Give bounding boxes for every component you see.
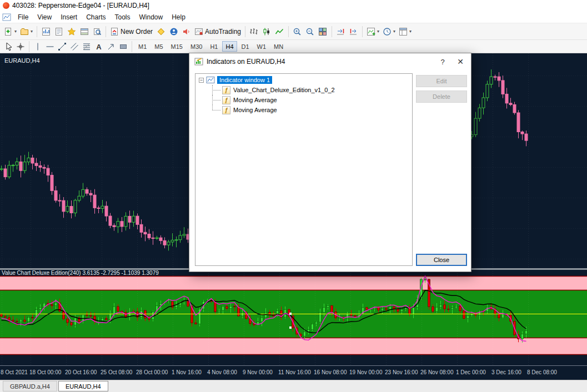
axis-label: 9 Nov 00:00 [243, 369, 273, 375]
strategy-tester-button[interactable] [91, 25, 103, 38]
community-button[interactable] [167, 25, 180, 38]
crosshair-icon [16, 42, 25, 51]
axis-label: 3 Dec 16:00 [491, 369, 521, 375]
shapes-tool-button[interactable] [117, 41, 129, 52]
tree-item-moving-average-2[interactable]: ƒ Moving Average [195, 105, 412, 115]
periods-icon [383, 27, 392, 36]
new-chart-button[interactable]: ▾ [2, 25, 18, 38]
axis-label: 23 Nov 16:00 [385, 369, 418, 375]
tree-item-value-chart[interactable]: ƒ Value_Chart_Deluxe_Edition_v1_0_2 [195, 85, 412, 95]
templates-button[interactable]: ▾ [397, 25, 413, 38]
strategy-tester-icon [93, 27, 102, 36]
tree-root-label: Indicator window 1 [217, 76, 272, 84]
bar-chart-style-icon [249, 27, 258, 36]
arrow-tool-icon [107, 42, 116, 51]
market-watch-icon [42, 27, 51, 36]
tree-item-indicator-window[interactable]: − Indicator window 1 [195, 75, 412, 85]
market-button[interactable] [180, 25, 193, 38]
dialog-title-bar[interactable]: Indicators on EURAUD,H4 ? ✕ [189, 53, 471, 70]
separator [106, 26, 106, 37]
line-chart-style-button[interactable] [273, 25, 286, 38]
new-order-label: New Order [121, 28, 153, 36]
timeframe-mn[interactable]: MN [270, 41, 287, 52]
zoom-in-button[interactable] [291, 25, 304, 38]
tile-windows-button[interactable] [317, 25, 329, 38]
menu-charts[interactable]: Charts [82, 12, 110, 22]
tab-euraud[interactable]: EURAUD,H4 [58, 381, 108, 391]
fibonacci-tool-button[interactable] [81, 41, 93, 52]
axis-label: 20 Oct 16:00 [65, 369, 97, 375]
menu-file[interactable]: File [13, 12, 33, 22]
menu-window[interactable]: Window [135, 12, 168, 22]
close-icon[interactable]: ✕ [453, 56, 468, 68]
chart-symbol-label: EURAUD,H4 [4, 57, 40, 64]
axis-label: 16 Nov 08:00 [314, 369, 347, 375]
candlestick-style-icon [262, 27, 271, 36]
vertical-line-tool-button[interactable] [32, 41, 44, 52]
close-button[interactable]: Close [416, 254, 467, 266]
function-icon: ƒ [222, 96, 230, 104]
autotrading-button[interactable]: AutoTrading [193, 25, 243, 38]
cursor-tool-button[interactable] [2, 41, 14, 52]
chart-shift-button[interactable] [347, 25, 360, 38]
menu-tools[interactable]: Tools [111, 12, 135, 22]
zoom-out-button[interactable] [304, 25, 317, 38]
timeframe-m15[interactable]: M15 [168, 41, 186, 52]
menu-view[interactable]: View [33, 12, 56, 22]
auto-scroll-button[interactable] [334, 25, 347, 38]
horizontal-line-tool-button[interactable] [44, 41, 56, 52]
menu-insert[interactable]: Insert [56, 12, 82, 22]
timeframe-d1[interactable]: D1 [238, 41, 253, 52]
separator [29, 41, 29, 52]
timeframe-w1[interactable]: W1 [254, 41, 270, 52]
dialog-title: Indicators on EURAUD,H4 [207, 58, 432, 66]
terminal-icon [80, 27, 89, 36]
menu-help[interactable]: Help [167, 12, 190, 22]
separator [362, 26, 363, 37]
bar-chart-style-button[interactable] [248, 25, 260, 38]
tree-item-moving-average-1[interactable]: ƒ Moving Average [195, 95, 412, 105]
indicators-dialog-icon [194, 57, 203, 66]
edit-button[interactable]: Edit [416, 75, 467, 87]
timeframe-h4[interactable]: H4 [222, 41, 237, 52]
new-order-button[interactable]: New Order [108, 25, 154, 38]
crosshair-tool-button[interactable] [14, 41, 27, 52]
axis-label: 11 Nov 16:00 [278, 369, 311, 375]
templates-icon [399, 27, 408, 36]
title-bar[interactable]: 403028: Pepperstone-Edge04 - [EURAUD,H4] [0, 0, 587, 11]
axis-label: 26 Nov 08:00 [420, 369, 454, 375]
profiles-button[interactable]: ▾ [18, 25, 34, 38]
metaeditor-button[interactable] [154, 25, 167, 38]
cursor-icon [4, 42, 13, 51]
timeframe-m5[interactable]: M5 [151, 41, 166, 52]
navigator-button[interactable] [65, 25, 78, 38]
indicators-icon [367, 27, 375, 36]
axis-label: 18 Oct 00:00 [29, 369, 61, 375]
timeframe-m1[interactable]: M1 [135, 41, 150, 52]
data-window-button[interactable] [52, 25, 65, 38]
channel-icon [70, 42, 79, 51]
timeframe-h1[interactable]: H1 [207, 41, 221, 52]
axis-label: 8 Oct 2021 [1, 369, 28, 375]
tree-item-label: Moving Average [233, 107, 277, 113]
trendline-tool-button[interactable] [56, 41, 68, 52]
vertical-line-icon [33, 42, 42, 51]
function-icon: ƒ [222, 106, 230, 114]
tree-expander-icon[interactable]: − [199, 78, 204, 83]
text-tool-button[interactable]: A [93, 41, 105, 52]
timeframe-m30[interactable]: M30 [187, 41, 205, 52]
delete-button[interactable]: Delete [416, 91, 467, 103]
periods-button[interactable]: ▾ [381, 25, 397, 38]
terminal-button[interactable] [78, 25, 91, 38]
market-watch-button[interactable] [39, 25, 52, 38]
dropdown-caret-icon: ▾ [409, 29, 412, 34]
tab-gbpaud[interactable]: GBPAUD.a,H4 [3, 381, 57, 391]
autotrading-label: AutoTrading [205, 28, 241, 36]
time-axis[interactable]: 8 Oct 2021 18 Oct 00:00 20 Oct 16:00 25 … [0, 365, 587, 380]
candlestick-style-button[interactable] [260, 25, 273, 38]
channel-tool-button[interactable] [68, 41, 81, 52]
help-button[interactable]: ? [435, 56, 450, 68]
indicators-button[interactable]: ▾ [365, 25, 381, 38]
arrow-tool-button[interactable] [105, 41, 117, 52]
zoom-in-icon [293, 27, 302, 36]
